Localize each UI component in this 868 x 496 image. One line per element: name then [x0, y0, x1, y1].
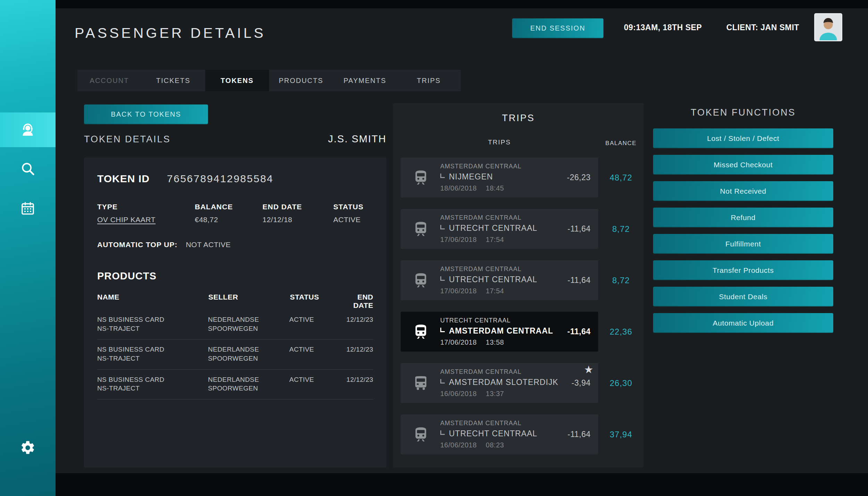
- trip-line: AMSTERDAM CENTRAAL UTRECHT CENTRAAL 17/0…: [401, 209, 644, 249]
- trip-row[interactable]: AMSTERDAM CENTRAAL NIJMEGEN 18/06/201818…: [401, 158, 598, 197]
- col-header-seller: SELLER: [208, 293, 290, 310]
- header-datetime: 09:13AM, 18TH SEP: [624, 23, 702, 32]
- refund-button[interactable]: Refund: [653, 208, 833, 227]
- token-id-value: 7656789412985584: [167, 173, 274, 185]
- col-header-end-date: END DATE: [347, 293, 373, 310]
- trip-amount: -11,64: [567, 276, 591, 285]
- gear-icon: [20, 440, 36, 456]
- field-type-value[interactable]: OV CHIP KAART: [97, 216, 195, 224]
- product-row[interactable]: NS BUSINESS CARD NS-TRAJECT NEDERLANDSE …: [97, 339, 373, 369]
- trip-amount: -11,64: [567, 430, 591, 439]
- field-status-value: ACTIVE: [333, 216, 373, 224]
- trip-destination: UTRECHT CENTRAAL: [449, 224, 537, 233]
- headset-agent-icon: [19, 121, 36, 138]
- sidebar-item-calendar[interactable]: [0, 191, 56, 226]
- trip-origin: UTRECHT CENTRAAL: [440, 317, 553, 324]
- fulfillment-button[interactable]: Fulfillment: [653, 234, 833, 254]
- sidebar-item-settings[interactable]: [0, 430, 56, 465]
- back-to-tokens-button[interactable]: BACK TO TOKENS: [84, 104, 208, 124]
- lost-stolen-defect-button[interactable]: Lost / Stolen / Defect: [653, 128, 833, 148]
- avatar-photo-placeholder: [815, 14, 841, 40]
- not-received-button[interactable]: Not Received: [653, 181, 833, 201]
- tab-account[interactable]: ACCOUNT: [77, 70, 141, 91]
- train-icon: [412, 323, 430, 341]
- product-seller: NEDERLANDSE SPOORWEGEN: [208, 345, 289, 363]
- elbow-connector-icon: [440, 174, 445, 178]
- trip-balance: 8,72: [598, 276, 644, 285]
- col-header-status: STATUS: [290, 293, 347, 310]
- trip-row[interactable]: AMSTERDAM CENTRAAL UTRECHT CENTRAAL 17/0…: [401, 209, 598, 249]
- header-client-name: CLIENT: JAN SMIT: [726, 23, 799, 32]
- trips-panel-title: TRIPS: [393, 113, 644, 124]
- elbow-connector-icon: [440, 276, 445, 281]
- products-section-title: PRODUCTS: [97, 270, 373, 282]
- end-session-button[interactable]: END SESSION: [512, 18, 603, 38]
- trip-origin: AMSTERDAM CENTRAAL: [440, 214, 537, 221]
- student-deals-button[interactable]: Student Deals: [653, 287, 833, 306]
- col-header-name: NAME: [97, 293, 208, 310]
- trip-balance: 8,72: [598, 224, 644, 234]
- trip-row[interactable]: AMSTERDAM CENTRAAL UTRECHT CENTRAAL 16/0…: [401, 414, 598, 454]
- tab-tickets[interactable]: TICKETS: [141, 70, 205, 91]
- train-icon: [412, 271, 430, 289]
- product-row[interactable]: NS BUSINESS CARD NS-TRAJECT NEDERLANDSE …: [97, 310, 373, 339]
- token-details-title: TOKEN DETAILS: [84, 134, 171, 145]
- calendar-icon: [20, 201, 35, 216]
- page-title: PASSENGER DETAILS: [75, 25, 266, 41]
- trip-row-selected[interactable]: UTRECHT CENTRAAL AMSTERDAM CENTRAAL 17/0…: [401, 312, 598, 352]
- missed-checkout-button[interactable]: Missed Checkout: [653, 155, 833, 175]
- trip-line: AMSTERDAM CENTRAAL NIJMEGEN 18/06/201818…: [401, 158, 644, 197]
- token-fields-row: TYPE OV CHIP KAART BALANCE €48,72 END DA…: [97, 203, 373, 224]
- trip-row[interactable]: AMSTERDAM CENTRAAL UTRECHT CENTRAAL 17/0…: [401, 260, 598, 300]
- product-name: NS BUSINESS CARD NS-TRAJECT: [97, 375, 208, 393]
- trip-time: 08:23: [486, 441, 504, 449]
- trip-amount: -3,94: [571, 378, 591, 388]
- product-end-date: 12/12/23: [347, 375, 373, 393]
- trip-amount: -11,64: [567, 224, 591, 234]
- trip-destination: UTRECHT CENTRAAL: [449, 275, 537, 284]
- train-icon: [412, 426, 430, 444]
- sidebar-item-search[interactable]: [0, 151, 56, 186]
- trip-date: 17/06/2018: [440, 287, 477, 295]
- tab-tokens[interactable]: TOKENS: [205, 70, 269, 91]
- trip-line: UTRECHT CENTRAAL AMSTERDAM CENTRAAL 17/0…: [401, 312, 644, 352]
- star-icon[interactable]: ★: [584, 364, 593, 375]
- trip-time: 13:58: [486, 338, 504, 346]
- search-icon: [20, 161, 36, 177]
- tab-products[interactable]: PRODUCTS: [269, 70, 333, 91]
- trip-destination: NIJMEGEN: [449, 172, 493, 182]
- trip-row[interactable]: AMSTERDAM CENTRAAL AMSTERDAM SLOTERDIJK …: [401, 363, 598, 403]
- trip-balance: 22,36: [598, 327, 644, 337]
- tab-trips[interactable]: TRIPS: [397, 70, 461, 91]
- product-status: ACTIVE: [289, 345, 347, 363]
- client-avatar[interactable]: [814, 13, 842, 41]
- top-frame-strip: [56, 0, 868, 8]
- field-type-label: TYPE: [97, 203, 195, 211]
- trip-info: AMSTERDAM CENTRAAL UTRECHT CENTRAAL 17/0…: [440, 266, 537, 295]
- trip-info: UTRECHT CENTRAAL AMSTERDAM CENTRAAL 17/0…: [440, 317, 553, 346]
- trip-balance: 26,30: [598, 378, 644, 388]
- sidebar-item-support[interactable]: [0, 112, 56, 147]
- product-end-date: 12/12/23: [347, 315, 373, 333]
- trip-date: 17/06/2018: [440, 338, 477, 346]
- train-icon: [412, 220, 430, 238]
- trip-date: 18/06/2018: [440, 184, 477, 192]
- trip-destination: AMSTERDAM SLOTERDIJK: [449, 378, 558, 387]
- token-id-row: TOKEN ID 7656789412985584: [97, 173, 373, 185]
- tab-payments[interactable]: PAYMENTS: [333, 70, 397, 91]
- automatic-upload-button[interactable]: Automatic Upload: [653, 313, 833, 333]
- token-holder-name: J.S. SMITH: [328, 133, 386, 145]
- trip-origin: AMSTERDAM CENTRAAL: [440, 163, 521, 170]
- field-status: STATUS ACTIVE: [333, 203, 373, 224]
- transfer-products-button[interactable]: Transfer Products: [653, 260, 833, 280]
- trip-time: 17:54: [486, 287, 504, 295]
- field-end-date-value: 12/12/18: [262, 216, 333, 224]
- bus-icon: [412, 374, 430, 392]
- product-status: ACTIVE: [289, 375, 347, 393]
- product-row[interactable]: NS BUSINESS CARD NS-TRAJECT NEDERLANDSE …: [97, 370, 373, 400]
- product-seller: NEDERLANDSE SPOORWEGEN: [208, 375, 289, 393]
- sidebar: [0, 0, 56, 496]
- trip-info: AMSTERDAM CENTRAAL AMSTERDAM SLOTERDIJK …: [440, 368, 558, 398]
- trip-info: AMSTERDAM CENTRAAL NIJMEGEN 18/06/201818…: [440, 163, 521, 192]
- trip-balance: 48,72: [598, 173, 644, 183]
